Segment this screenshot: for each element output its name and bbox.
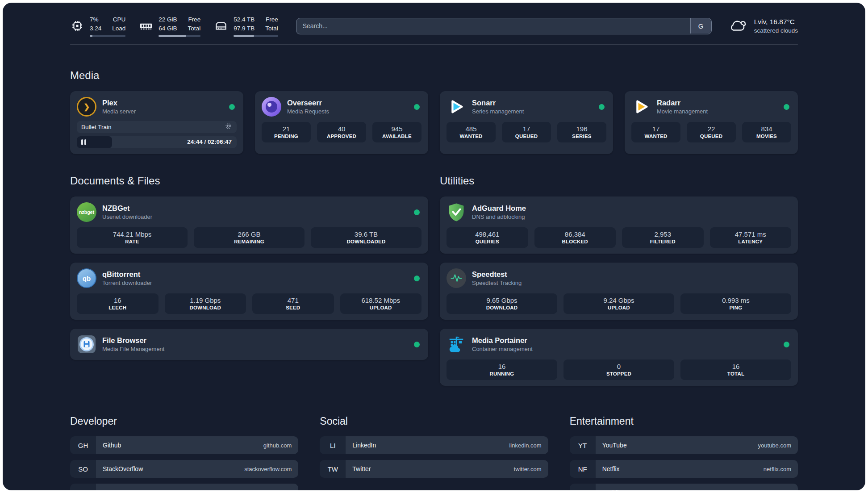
playback-time: 24:44 / 02:06:47 <box>187 138 232 145</box>
stat-movies: 834MOVIES <box>742 122 791 142</box>
bookmark-reddit[interactable]: RE Redditreddit.com <box>570 484 798 490</box>
app-name: Overseerr <box>287 99 408 107</box>
status-online-dot <box>414 104 420 110</box>
stat-upload: 618.52 MbpsUPLOAD <box>340 293 422 314</box>
section-title-documents: Documents & Files <box>70 175 428 187</box>
bookmark-netflix[interactable]: NF Netflixnetflix.com <box>570 460 798 478</box>
system-metrics: 7% CPU 3.24 Load <box>70 15 278 37</box>
app-name: Sonarr <box>472 99 593 107</box>
settings-icon[interactable] <box>225 122 232 132</box>
weather-location-temp: Lviv, 16.87°C <box>754 17 798 27</box>
bookmark-url: reddit.com <box>764 489 791 490</box>
app-subtitle: Movie management <box>657 108 778 115</box>
app-card-radarr[interactable]: Radarr Movie management 17WANTED 22QUEUE… <box>625 91 798 154</box>
bookmark-dev[interactable]: DT DEVdev.to <box>70 484 298 490</box>
bookmark-name: StackOverflow <box>103 465 143 472</box>
app-card-speedtest[interactable]: Speedtest Speedtest Tracking 9.65 GbpsDO… <box>440 263 798 320</box>
bookmark-group-entertainment: Entertainment YT YouTubeyoutube.com NF N… <box>570 415 798 490</box>
now-playing-row: Bullet Train <box>77 121 237 133</box>
radarr-icon <box>631 97 651 117</box>
weather-widget[interactable]: Lviv, 16.87°C scattered clouds <box>728 17 798 35</box>
bookmark-name: DEV <box>103 489 116 490</box>
bookmark-abbr: DT <box>70 484 96 490</box>
bookmark-url: stackoverflow.com <box>244 466 292 472</box>
app-subtitle: Series management <box>472 108 593 115</box>
bookmark-url: netflix.com <box>764 466 791 472</box>
app-subtitle: Media File Management <box>102 346 408 352</box>
load-label: Load <box>112 24 125 33</box>
bookmark-github[interactable]: GH Githubgithub.com <box>70 436 298 454</box>
stat-latency: 47.571 msLATENCY <box>710 227 792 248</box>
bookmark-abbr: LI <box>320 436 346 454</box>
storage-progress-bar <box>234 35 278 37</box>
app-subtitle: Usenet downloader <box>102 213 408 220</box>
bookmark-group-title: Developer <box>70 415 298 427</box>
app-card-qbittorrent[interactable]: qb qBittorrent Torrent downloader 16LEEC… <box>70 263 428 320</box>
storage-free: 52.4 TB <box>234 15 255 24</box>
stat-total: 16TOTAL <box>680 359 791 380</box>
stat-stopped: 0STOPPED <box>563 359 674 380</box>
app-name: Speedtest <box>472 270 791 279</box>
pause-icon[interactable] <box>81 139 86 145</box>
storage-total: 97.9 TB <box>234 24 255 33</box>
free-label: Free <box>265 15 278 24</box>
app-card-overseerr[interactable]: Overseerr Media Requests 21PENDING 40APP… <box>255 91 428 154</box>
bookmark-abbr: TW <box>320 460 346 478</box>
nzbget-icon: nzbget <box>77 202 96 222</box>
stat-rate: 744.21 MbpsRATE <box>77 227 188 248</box>
top-bar: 7% CPU 3.24 Load <box>70 15 798 37</box>
bookmark-name: Twitter <box>352 465 371 472</box>
app-name: File Browser <box>102 336 408 345</box>
app-card-adguard[interactable]: AdGuard Home DNS and adblocking 498,461Q… <box>440 196 798 254</box>
dashboard: 7% CPU 3.24 Load <box>3 3 865 490</box>
search-input[interactable] <box>296 18 712 34</box>
app-subtitle: Torrent downloader <box>102 280 408 286</box>
memory-total: 64 GiB <box>159 24 177 33</box>
app-card-sonarr[interactable]: Sonarr Series management 485WANTED 17QUE… <box>440 91 613 154</box>
bookmark-linkedin[interactable]: LI LinkedInlinkedin.com <box>320 436 548 454</box>
weather-condition: scattered clouds <box>754 27 798 35</box>
bookmark-abbr: NF <box>570 460 596 478</box>
stat-blocked: 86,384BLOCKED <box>534 227 616 248</box>
status-online-dot <box>599 104 605 110</box>
bookmark-group-developer: Developer GH Githubgithub.com SO StackOv… <box>70 415 298 490</box>
stat-series: 196SERIES <box>557 122 606 142</box>
stat-approved: 40APPROVED <box>317 122 366 142</box>
bookmark-name: LinkedIn <box>352 442 376 449</box>
app-name: Media Portainer <box>472 336 778 345</box>
sonarr-icon <box>447 97 466 117</box>
stat-download: 1.19 GbpsDOWNLOAD <box>165 293 246 314</box>
cpu-progress-bar <box>90 35 125 37</box>
free-label: Free <box>188 15 201 24</box>
stat-wanted: 17WANTED <box>631 122 680 142</box>
search-provider-button[interactable]: G <box>690 18 711 33</box>
stat-upload: 9.24 GbpsUPLOAD <box>563 293 674 314</box>
bookmark-url: youtube.com <box>758 442 791 449</box>
disk-icon <box>214 19 228 33</box>
bookmark-url: linkedin.com <box>509 442 541 449</box>
cloud-icon <box>728 17 748 34</box>
cpu-icon <box>70 19 84 33</box>
search-bar: G <box>296 18 712 34</box>
app-card-plex[interactable]: ❯ Plex Media server Bullet Train <box>70 91 243 154</box>
bookmark-twitter[interactable]: TW Twittertwitter.com <box>320 460 548 478</box>
bookmark-group-social: Social LI LinkedInlinkedin.com TW Twitte… <box>320 415 548 490</box>
bookmark-youtube[interactable]: YT YouTubeyoutube.com <box>570 436 798 454</box>
bookmark-abbr: GH <box>70 436 96 454</box>
bookmark-url: twitter.com <box>514 466 542 472</box>
app-card-nzbget[interactable]: nzbget NZBGet Usenet downloader 744.21 M… <box>70 196 428 254</box>
metric-cpu: 7% CPU 3.24 Load <box>70 15 125 37</box>
filebrowser-icon <box>77 334 96 354</box>
app-subtitle: Media Requests <box>287 108 408 115</box>
status-online-dot <box>229 104 235 110</box>
memory-free: 22 GiB <box>159 15 177 24</box>
section-utilities: Utilities AdGu <box>440 175 798 386</box>
app-card-filebrowser[interactable]: File Browser Media File Management <box>70 329 428 360</box>
bookmark-stackoverflow[interactable]: SO StackOverflowstackoverflow.com <box>70 460 298 478</box>
total-label: Total <box>188 24 201 33</box>
playback-progress-bar[interactable]: 24:44 / 02:06:47 <box>77 136 237 148</box>
app-card-portainer[interactable]: Media Portainer Container management 16R… <box>440 329 798 386</box>
status-online-dot <box>784 342 789 347</box>
section-media: Media ❯ Plex Media server Bullet Train <box>70 69 798 154</box>
cpu-loadavg: 3.24 <box>90 24 101 33</box>
